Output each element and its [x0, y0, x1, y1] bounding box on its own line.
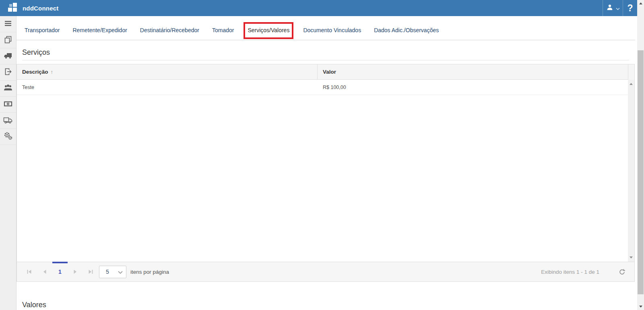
- tab-servicos-valores[interactable]: Serviços/Valores: [244, 22, 293, 39]
- scrollbar-up-icon[interactable]: [637, 0, 644, 7]
- sort-asc-icon: ↑: [51, 69, 54, 75]
- user-icon: [606, 4, 613, 12]
- hamburger-icon: [4, 20, 12, 29]
- scrollbar-down-icon[interactable]: [637, 303, 644, 310]
- valores-section-title: Valores: [22, 301, 629, 310]
- export-icon: [4, 68, 12, 77]
- scroll-down-icon[interactable]: [630, 256, 633, 258]
- money-icon: [4, 100, 12, 109]
- column-header-valor[interactable]: Valor: [318, 64, 628, 80]
- sidebar-item-menu[interactable]: [0, 16, 16, 32]
- prev-page-button[interactable]: [37, 267, 52, 277]
- cell-descricao: Teste: [17, 85, 318, 90]
- sidebar-item-export[interactable]: [0, 64, 16, 81]
- user-menu-button[interactable]: [603, 0, 623, 16]
- current-page-indicator: [52, 262, 68, 263]
- chevron-down-icon: [616, 4, 620, 12]
- sidebar-item-documents[interactable]: [0, 32, 16, 48]
- delivery-truck-icon: [3, 116, 13, 126]
- grid-scrollbar[interactable]: [628, 80, 634, 262]
- refresh-button[interactable]: [618, 268, 625, 275]
- sidebar-item-settings[interactable]: [0, 129, 16, 145]
- first-page-button[interactable]: [22, 267, 37, 277]
- items-per-page-label: itens por página: [130, 269, 169, 275]
- scrollbar-thumb[interactable]: [638, 50, 644, 294]
- window-scrollbar[interactable]: [637, 0, 644, 310]
- pager-summary: Exibindo itens 1 - 1 de 1: [541, 269, 599, 275]
- page-number-1[interactable]: 1: [52, 269, 68, 275]
- dropdown-chevron-icon: [118, 268, 123, 275]
- sidebar: [0, 16, 17, 310]
- sidebar-item-transport[interactable]: [0, 48, 16, 64]
- ndd-logo: [6, 2, 20, 14]
- sidebar-item-users[interactable]: [0, 81, 16, 97]
- users-icon: [3, 84, 13, 93]
- gears-icon: [4, 132, 12, 142]
- app-title: nddConnect: [23, 5, 59, 12]
- truck-icon: [4, 52, 12, 61]
- cell-valor: R$ 100,00: [318, 85, 634, 90]
- help-button[interactable]: ?: [623, 0, 637, 16]
- servicos-section-title: Serviços: [22, 48, 629, 60]
- table-row[interactable]: Teste R$ 100,00: [17, 80, 634, 95]
- tab-tomador[interactable]: Tomador: [212, 22, 234, 40]
- sidebar-item-billing[interactable]: [0, 97, 16, 113]
- grid-body: Teste R$ 100,00: [17, 80, 634, 262]
- scroll-up-icon[interactable]: [630, 83, 633, 85]
- tab-dados-adic-observacoes[interactable]: Dados Adic./Observações: [374, 22, 439, 40]
- sidebar-item-delivery[interactable]: [0, 113, 16, 129]
- column-header-descricao[interactable]: Descrição ↑: [17, 64, 318, 80]
- grid-header: Descrição ↑ Valor: [17, 64, 634, 80]
- tab-documento-vinculados[interactable]: Documento Vinculados: [303, 22, 361, 40]
- page-size-value: 5: [106, 269, 118, 275]
- last-page-button[interactable]: [83, 267, 98, 277]
- tab-transportador[interactable]: Transportador: [25, 22, 60, 40]
- next-page-button[interactable]: [68, 267, 83, 277]
- main-content: Transportador Remetente/Expedidor Destin…: [17, 16, 635, 310]
- grid-pager: 1 5 itens por página Exibindo itens 1 - …: [17, 262, 634, 281]
- top-header: nddConnect ?: [0, 0, 637, 16]
- tab-destinatario-recebedor[interactable]: Destinatário/Recebedor: [140, 22, 199, 40]
- header-spacer: [628, 64, 634, 80]
- tabstrip: Transportador Remetente/Expedidor Destin…: [17, 16, 635, 40]
- tab-remetente-expedidor[interactable]: Remetente/Expedidor: [72, 22, 127, 40]
- page-size-dropdown[interactable]: 5: [99, 266, 126, 278]
- servicos-grid: Descrição ↑ Valor Teste R$ 100,00: [17, 64, 635, 282]
- copy-icon: [4, 35, 12, 45]
